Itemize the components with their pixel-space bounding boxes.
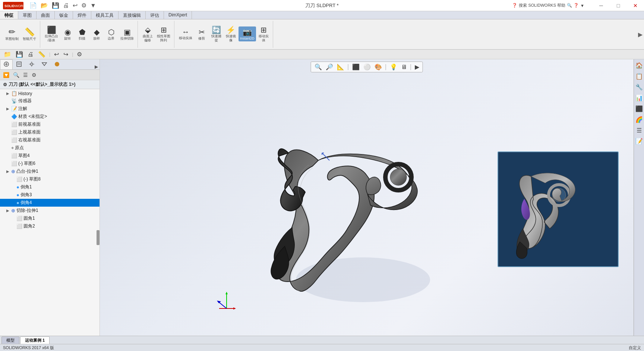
revolve-button[interactable]: ◉ 旋转: [61, 26, 74, 42]
tb2-icon2[interactable]: 💾: [14, 50, 25, 59]
vt-render[interactable]: 🎨: [373, 63, 383, 71]
tab-weldment[interactable]: 焊件: [73, 11, 91, 19]
restore-button[interactable]: □: [610, 0, 627, 11]
vt-zoom-out[interactable]: 🔎: [325, 63, 334, 71]
settings-button[interactable]: ⚙: [80, 1, 88, 10]
rp-notes[interactable]: 📝: [634, 137, 644, 146]
vt-lights[interactable]: 💡: [389, 63, 398, 71]
feature-tree[interactable]: ▶ 📋 History 📡 传感器 ▶ 📝 注解: [0, 89, 100, 336]
extrude-cut-button[interactable]: ▣ 拉伸切除: [119, 26, 135, 42]
notes-toggle[interactable]: ▶: [6, 107, 10, 111]
panel-tab-config[interactable]: [25, 59, 38, 69]
settings-icon[interactable]: ⚙: [30, 71, 38, 79]
quick-capture-button[interactable]: 🔄 快速捕捉: [209, 24, 223, 44]
tree-item-sensors[interactable]: 📡 传感器: [0, 97, 100, 105]
tree-item-round2[interactable]: ⬜ 圆角2: [0, 222, 100, 230]
tree-item-sketch8[interactable]: ⬜ (-) 草图8: [0, 175, 100, 183]
vt-display[interactable]: 🖥: [400, 63, 408, 71]
panel-tab-display[interactable]: [38, 59, 51, 69]
tb2-icon4[interactable]: 📏: [37, 50, 47, 59]
sensors-toggle[interactable]: [6, 99, 10, 103]
rp-appearance[interactable]: 🌈: [634, 115, 644, 124]
vt-ruler[interactable]: 📐: [336, 63, 345, 71]
tb2-icon1[interactable]: 📁: [2, 50, 13, 59]
surface-offset-button[interactable]: ⬙ 曲面上偏移: [141, 24, 154, 44]
tree-display-icon[interactable]: ☰: [22, 71, 29, 79]
cut1-toggle[interactable]: ▶: [6, 209, 10, 213]
rp-home[interactable]: 🏠: [634, 61, 644, 70]
tab-surface[interactable]: 曲面: [37, 11, 55, 19]
options-button[interactable]: ▼: [89, 1, 97, 10]
tab-feature[interactable]: 特征: [0, 11, 18, 19]
open-button[interactable]: 📂: [40, 1, 49, 10]
tree-item-cut1[interactable]: ▶ ⊕ 切除-拉伸1: [0, 207, 100, 214]
vt-zoom-in[interactable]: 🔍: [313, 63, 323, 71]
sketch-button[interactable]: ✏ 草图绘制: [4, 26, 20, 42]
minimize-button[interactable]: ─: [593, 0, 610, 11]
tree-item-notes[interactable]: ▶ 📝 注解: [0, 105, 100, 113]
vt-sphere[interactable]: ⚪: [362, 63, 372, 71]
tab-direct-edit[interactable]: 直接编辑: [119, 11, 146, 19]
help-icon[interactable]: ❓: [574, 3, 579, 8]
rp-settings[interactable]: 🔧: [634, 82, 644, 92]
panel-tab-properties[interactable]: [13, 59, 25, 69]
history-toggle[interactable]: ▶: [6, 91, 10, 95]
tree-scroll-thumb[interactable]: [97, 230, 100, 245]
close-button[interactable]: ✕: [627, 0, 644, 11]
tab-sketch[interactable]: 草图: [18, 11, 37, 19]
boss1-toggle[interactable]: ▶: [6, 169, 10, 173]
tree-item-fillet4[interactable]: ● 倒角4: [0, 199, 100, 207]
rp-list[interactable]: ☰: [635, 126, 643, 135]
bottom-tab-model[interactable]: 模型: [1, 336, 19, 344]
new-button[interactable]: 📄: [28, 1, 38, 10]
move-solid-button[interactable]: ⊞ 移动实体: [257, 24, 271, 44]
save-button[interactable]: 💾: [51, 1, 60, 10]
tb2-redo[interactable]: ↪: [62, 50, 70, 59]
quick-mirror-button[interactable]: ⚡ 快速镜像: [224, 24, 237, 44]
search-tree-icon[interactable]: 🔍: [12, 71, 21, 79]
instant2d-button[interactable]: 📷 Instant2D: [239, 26, 256, 42]
tree-item-fillet3[interactable]: ● 倒角3: [0, 191, 100, 199]
tree-item-sketch4[interactable]: ⬜ 草图4: [0, 152, 100, 160]
tree-item-right-plane[interactable]: ⬜ 右视基准面: [0, 136, 100, 144]
search-icon[interactable]: 🔍: [567, 3, 572, 8]
tree-item-sketch6[interactable]: ⬜ (-) 草图6: [0, 160, 100, 167]
filter-icon[interactable]: 🔽: [1, 71, 11, 79]
rp-properties[interactable]: 📋: [634, 72, 644, 81]
panel-tab-feature-tree[interactable]: [0, 59, 13, 69]
tab-mold[interactable]: 模具工具: [91, 11, 119, 19]
tab-evaluate[interactable]: 评估: [146, 11, 164, 19]
panel-tab-appearance[interactable]: [51, 59, 63, 69]
boundary-button[interactable]: ⬡ 边界: [104, 26, 118, 42]
linear-pattern-button[interactable]: ⊞ 线性草图阵列: [155, 24, 172, 44]
ribbon-expand[interactable]: ▶: [638, 21, 643, 48]
nav-more[interactable]: ▼: [580, 3, 584, 8]
tab-dimxpert[interactable]: DimXpert: [164, 11, 192, 19]
tb2-undo[interactable]: ↩: [53, 50, 60, 59]
tree-item-round1[interactable]: ⬜ 圆角1: [0, 214, 100, 222]
vt-box[interactable]: ⬛: [351, 63, 361, 71]
vt-more[interactable]: ▶: [414, 63, 420, 71]
undo-button[interactable]: ↩: [72, 1, 79, 10]
move-button[interactable]: ↔ 移动实体: [177, 26, 194, 41]
sweep-button[interactable]: ⬟ 扫描: [75, 26, 89, 42]
tree-item-boss1[interactable]: ▶ ⊕ 凸台-拉伸1: [0, 167, 100, 175]
tab-sheet-metal[interactable]: 钣金: [55, 11, 73, 19]
rp-chart[interactable]: 📊: [634, 93, 644, 103]
tb2-icon3[interactable]: 🖨: [26, 50, 35, 59]
tree-item-top-plane[interactable]: ⬜ 上视基准面: [0, 128, 100, 136]
print-button[interactable]: 🖨: [62, 1, 70, 10]
smart-dimension-button[interactable]: 📏 智能尺寸: [21, 26, 38, 42]
tb2-options[interactable]: ⚙: [75, 50, 83, 59]
tree-item-fillet1[interactable]: ● 倒角1: [0, 183, 100, 191]
tree-item-origin[interactable]: ⌖ 原点: [0, 144, 100, 152]
tree-item-material[interactable]: 🔷 材质 <未指定>: [0, 113, 100, 120]
panel-collapse-icon[interactable]: ▶: [95, 64, 98, 69]
loft-button[interactable]: ◆ 放样: [90, 26, 103, 42]
tree-item-front-plane[interactable]: ⬜ 前视基准面: [0, 120, 100, 128]
tree-item-history[interactable]: ▶ 📋 History: [0, 90, 100, 97]
trim-button[interactable]: ✂ 修剪: [195, 26, 208, 42]
bottom-tab-motion[interactable]: 运动算例 1: [20, 336, 50, 344]
rp-display[interactable]: ⬛: [634, 104, 644, 113]
extrude-boss-button[interactable]: ⬛ 拉伸凸台/基体: [43, 24, 60, 44]
